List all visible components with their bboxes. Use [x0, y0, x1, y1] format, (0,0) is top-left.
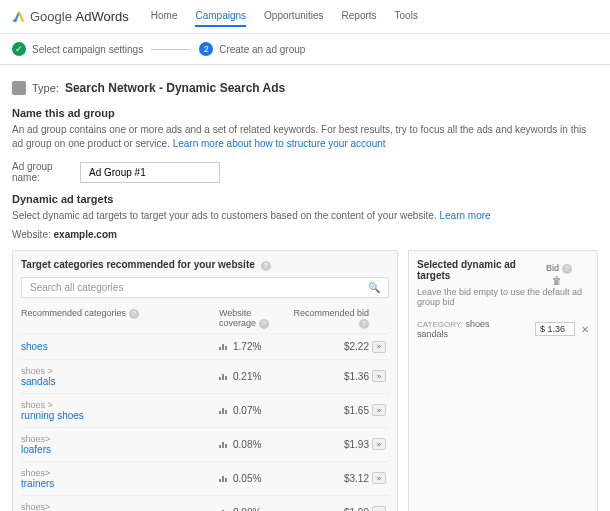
bid-value: $1.36	[289, 371, 369, 382]
campaign-type-icon	[12, 81, 26, 95]
add-category-button[interactable]: »	[372, 438, 386, 450]
category-row: shoes >running shoes0.07%$1.65»	[21, 393, 389, 427]
help-icon[interactable]: ?	[259, 319, 269, 329]
trash-icon[interactable]: 🗑	[552, 275, 562, 286]
bid-value: $1.65	[289, 405, 369, 416]
adgroup-name-input[interactable]	[80, 162, 220, 183]
adgroup-name-label: Ad group name:	[12, 161, 72, 183]
coverage-value: 1.72%	[233, 341, 261, 352]
check-icon: ✓	[12, 42, 26, 56]
left-panel-title: Target categories recommended for your w…	[21, 259, 255, 270]
right-panel-desc: Leave the bid empty to use the default a…	[417, 287, 589, 307]
selected-targets-panel: Selected dynamic ad targets Bid? 🗑 Leave…	[408, 250, 598, 511]
nav-home[interactable]: Home	[151, 6, 178, 27]
category-row: shoes>loafers0.08%$1.93»	[21, 427, 389, 461]
type-label: Type:	[32, 82, 59, 94]
cat-link[interactable]: trainers	[21, 478, 54, 489]
bar-chart-icon	[219, 406, 229, 414]
cat-link[interactable]: shoes	[21, 341, 48, 352]
coverage-value: 0.05%	[233, 473, 261, 484]
type-value: Search Network - Dynamic Search Ads	[65, 81, 285, 95]
bar-chart-icon	[219, 440, 229, 448]
search-icon: 🔍	[368, 282, 380, 293]
adwords-logo-icon	[12, 10, 26, 24]
col-bid: Recommended bid	[293, 308, 369, 318]
targets-title: Dynamic ad targets	[12, 193, 598, 205]
step-1: ✓ Select campaign settings	[12, 42, 143, 56]
nav-reports[interactable]: Reports	[342, 6, 377, 27]
cat-parent: shoes>	[21, 468, 219, 478]
help-icon[interactable]: ?	[562, 264, 572, 274]
selected-target-row: CATEGORY: shoes sandals $ 1.36 ✕	[417, 315, 589, 343]
bid-value: $3.12	[289, 473, 369, 484]
main-nav: Home Campaigns Opportunities Reports Too…	[151, 6, 418, 27]
help-icon[interactable]: ?	[261, 261, 271, 271]
category-row: shoes>oxfords0.08%$1.90»	[21, 495, 389, 512]
add-category-button[interactable]: »	[372, 404, 386, 416]
bid-input[interactable]: $ 1.36	[535, 322, 575, 336]
logo: Google AdWords	[12, 9, 129, 24]
cat-parent: shoes >	[21, 400, 219, 410]
cat-link[interactable]: running shoes	[21, 410, 84, 421]
bar-chart-icon	[219, 372, 229, 380]
bid-col-label: Bid	[546, 263, 559, 273]
cat-parent: shoes>	[21, 502, 219, 512]
coverage-value: 0.08%	[233, 439, 261, 450]
step-number-icon: 2	[199, 42, 213, 56]
category-row: shoes >sandals0.21%$1.36»	[21, 359, 389, 393]
name-section-title: Name this ad group	[12, 107, 598, 119]
bid-currency: $	[540, 324, 545, 334]
add-category-button[interactable]: »	[372, 370, 386, 382]
bar-chart-icon	[219, 342, 229, 350]
bid-value: $1.90	[289, 507, 369, 512]
cat-link[interactable]: loafers	[21, 444, 51, 455]
search-placeholder: Search all categories	[30, 282, 123, 293]
coverage-value: 0.07%	[233, 405, 261, 416]
nav-opportunities[interactable]: Opportunities	[264, 6, 323, 27]
help-icon[interactable]: ?	[359, 319, 369, 329]
coverage-value: 0.08%	[233, 507, 261, 512]
right-panel-title: Selected dynamic ad targets	[417, 259, 546, 281]
nav-tools[interactable]: Tools	[395, 6, 418, 27]
bid-value: $2.22	[289, 341, 369, 352]
step-2-label: Create an ad group	[219, 44, 305, 55]
cat-parent: shoes>	[21, 434, 219, 444]
website-value: example.com	[54, 229, 117, 240]
add-category-button[interactable]: »	[372, 506, 386, 511]
sel-cat-value: shoes	[465, 319, 489, 329]
cat-parent: shoes >	[21, 366, 219, 376]
bid-value: 1.36	[548, 324, 566, 334]
targets-desc: Select dynamic ad targets to target your…	[12, 210, 437, 221]
col-coverage: Website coverage	[219, 308, 256, 328]
category-row: shoes1.72%$2.22»	[21, 333, 389, 359]
add-category-button[interactable]: »	[372, 341, 386, 353]
help-icon[interactable]: ?	[129, 309, 139, 319]
remove-target-icon[interactable]: ✕	[581, 324, 589, 335]
coverage-value: 0.21%	[233, 371, 261, 382]
targets-learn-link[interactable]: Learn more	[439, 210, 490, 221]
step-2: 2 Create an ad group	[199, 42, 305, 56]
website-label: Website:	[12, 229, 51, 240]
sel-name: sandals	[417, 329, 489, 339]
bar-chart-icon	[219, 474, 229, 482]
cat-link[interactable]: sandals	[21, 376, 55, 387]
learn-structure-link[interactable]: Learn more about how to structure your a…	[173, 138, 386, 149]
step-1-label: Select campaign settings	[32, 44, 143, 55]
step-connector	[151, 49, 191, 50]
category-search-input[interactable]: Search all categories 🔍	[21, 277, 389, 298]
add-category-button[interactable]: »	[372, 472, 386, 484]
nav-campaigns[interactable]: Campaigns	[195, 6, 246, 27]
col-categories: Recommended categories	[21, 308, 126, 318]
svg-point-0	[13, 18, 16, 22]
category-row: shoes>trainers0.05%$3.12»	[21, 461, 389, 495]
recommended-categories-panel: Target categories recommended for your w…	[12, 250, 398, 511]
logo-word1: Google	[30, 9, 72, 24]
logo-word2: AdWords	[76, 9, 129, 24]
bid-value: $1.93	[289, 439, 369, 450]
sel-cat-label: CATEGORY:	[417, 320, 463, 329]
